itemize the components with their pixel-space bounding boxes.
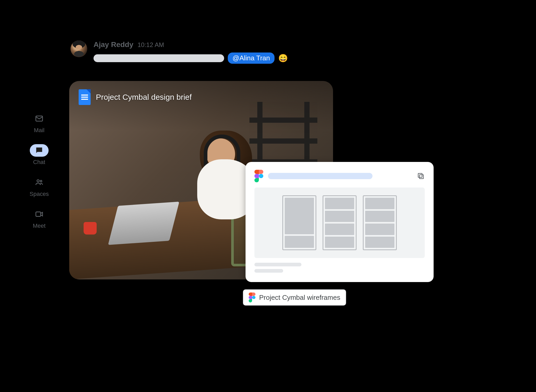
svg-rect-5 [418,173,422,177]
chat-icon [35,146,44,155]
figma-icon [254,170,263,182]
nav-item-meet[interactable]: Meet [25,208,54,229]
copy-icon[interactable] [417,172,425,180]
svg-point-1 [37,180,39,182]
wireframe-preview [254,188,425,258]
figma-icon [249,292,255,302]
message-timestamp: 10:12 AM [138,41,164,49]
nav-item-spaces[interactable]: Spaces [25,176,54,197]
nav-label-spaces: Spaces [30,191,49,197]
nav-item-mail[interactable]: Mail [25,112,54,134]
figma-file-chip[interactable]: Project Cymbal wireframes [243,289,346,306]
nav-item-chat[interactable]: Chat [25,144,54,166]
videocam-icon [35,210,44,219]
svg-rect-4 [420,175,423,179]
mention-chip[interactable]: @Alina Tran [228,52,275,64]
nav-label-mail: Mail [34,127,44,134]
chat-message: Ajay Reddy 10:12 AM @Alina Tran 😄 [71,40,288,64]
nav-label-chat: Chat [33,159,45,166]
avatar[interactable] [71,40,87,57]
smile-emoji-icon: 😄 [278,54,288,63]
google-docs-icon [79,89,91,105]
figma-meta-placeholder [254,263,425,273]
doc-title: Project Cymbal design brief [96,93,192,102]
message-text-placeholder [94,54,224,62]
groups-icon [35,178,44,187]
mail-icon [35,114,44,123]
message-author: Ajay Reddy [94,40,133,49]
nav-label-meet: Meet [33,223,46,229]
figma-preview-card[interactable] [246,162,434,282]
svg-rect-3 [36,212,40,217]
app-nav: Mail Chat Spaces Meet [25,112,54,229]
figma-chip-label: Project Cymbal wireframes [259,294,340,302]
figma-title-placeholder [268,173,372,179]
svg-point-2 [40,180,42,182]
